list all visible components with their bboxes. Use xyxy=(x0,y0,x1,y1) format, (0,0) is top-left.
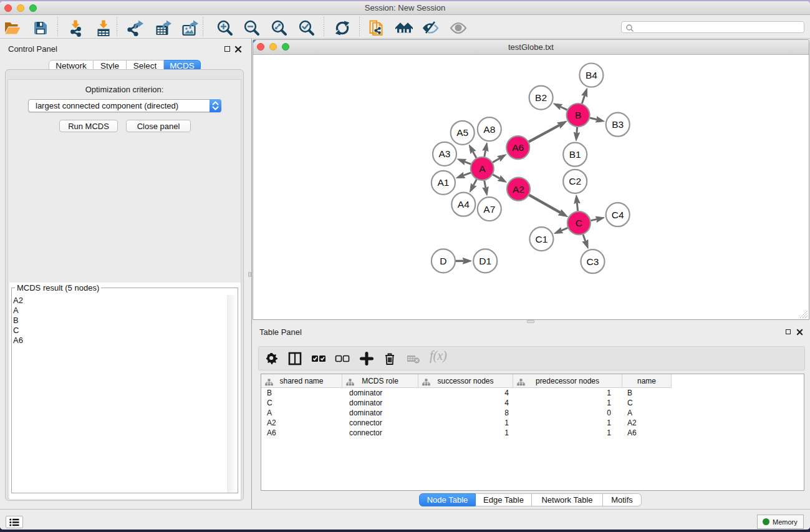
svg-text:A4: A4 xyxy=(458,199,470,210)
svg-text:B1: B1 xyxy=(569,149,581,160)
svg-text:B3: B3 xyxy=(612,119,624,130)
svg-text:C1: C1 xyxy=(535,234,547,244)
svg-text:B: B xyxy=(575,110,581,120)
svg-text:A5: A5 xyxy=(456,127,468,138)
svg-text:C: C xyxy=(576,218,582,228)
svg-text:D: D xyxy=(440,256,446,266)
svg-text:A7: A7 xyxy=(483,204,495,215)
svg-text:A8: A8 xyxy=(483,124,495,135)
svg-text:A1: A1 xyxy=(437,177,449,188)
svg-text:A3: A3 xyxy=(439,148,451,159)
svg-text:A2: A2 xyxy=(513,184,524,195)
svg-text:C2: C2 xyxy=(569,176,581,186)
svg-text:C4: C4 xyxy=(612,210,624,220)
svg-text:D1: D1 xyxy=(479,256,491,266)
svg-text:B4: B4 xyxy=(586,70,597,80)
svg-text:A6: A6 xyxy=(512,142,524,153)
svg-text:B2: B2 xyxy=(535,92,547,103)
svg-text:C3: C3 xyxy=(587,256,599,267)
svg-text:A: A xyxy=(479,163,486,174)
